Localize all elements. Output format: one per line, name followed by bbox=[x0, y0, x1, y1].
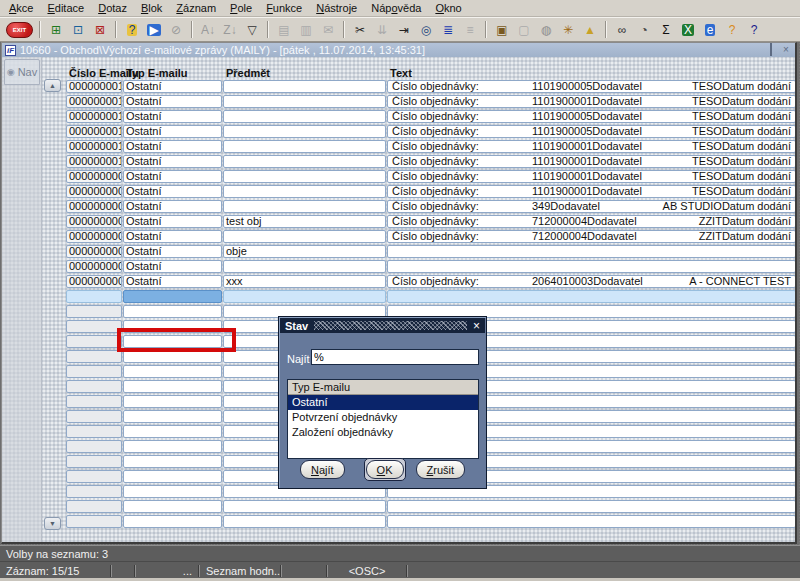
cell-cislo-emailu[interactable] bbox=[66, 440, 122, 453]
cell-predmet[interactable] bbox=[223, 170, 386, 183]
cell-typ-emailu[interactable] bbox=[123, 455, 222, 468]
filter-button[interactable]: ▽ bbox=[242, 20, 262, 39]
menu-item-zznam[interactable]: Záznam bbox=[169, 1, 223, 16]
menu-item-okno[interactable]: Okno bbox=[428, 1, 468, 16]
menu-item-akce[interactable]: Akce bbox=[2, 1, 40, 16]
cell-predmet[interactable] bbox=[223, 155, 386, 168]
restore-icon[interactable] bbox=[765, 45, 777, 56]
cell-typ-emailu[interactable] bbox=[123, 365, 222, 378]
paste-button[interactable]: ⇥ bbox=[394, 20, 414, 39]
cell-text[interactable] bbox=[387, 515, 795, 528]
lov-option[interactable]: Potvrzení objednávky bbox=[288, 410, 478, 425]
cell-predmet[interactable] bbox=[223, 515, 386, 528]
browser-button[interactable]: e bbox=[700, 20, 720, 39]
menu-item-funkce[interactable]: Funkce bbox=[259, 1, 309, 16]
cell-cislo-emailu[interactable] bbox=[66, 290, 122, 303]
cell-cislo-emailu[interactable]: 0000000014 bbox=[66, 95, 122, 108]
menu-item-blok[interactable]: Blok bbox=[134, 1, 169, 16]
cell-cislo-emailu[interactable] bbox=[66, 335, 122, 348]
tab-nav[interactable]: ◉ Nav bbox=[4, 59, 40, 85]
cell-predmet[interactable] bbox=[223, 80, 386, 93]
cell-cislo-emailu[interactable]: 0000000004 bbox=[66, 245, 122, 258]
cell-cislo-emailu[interactable] bbox=[66, 380, 122, 393]
exit-button[interactable]: EXIT bbox=[6, 22, 33, 38]
cell-predmet[interactable]: test obj bbox=[223, 215, 386, 228]
cell-text[interactable]: Číslo objednávky:1101900005DodavatelTESO… bbox=[387, 80, 795, 93]
cell-predmet[interactable] bbox=[223, 260, 386, 273]
cell-text[interactable] bbox=[387, 260, 795, 273]
cell-text[interactable]: Číslo objednávky:712000004DodavatelZZITD… bbox=[387, 215, 795, 228]
cell-text[interactable] bbox=[387, 245, 795, 258]
cell-typ-emailu[interactable]: Ostatní bbox=[123, 80, 222, 93]
cell-text[interactable]: Číslo objednávky:1101900001DodavatelTESO… bbox=[387, 95, 795, 108]
clipboard-button[interactable]: ▣ bbox=[492, 20, 512, 39]
cell-predmet[interactable]: xxx bbox=[223, 275, 386, 288]
cell-typ-emailu[interactable] bbox=[123, 305, 222, 318]
cell-cislo-emailu[interactable] bbox=[66, 470, 122, 483]
cell-cislo-emailu[interactable] bbox=[66, 425, 122, 438]
cell-text[interactable]: Číslo objednávky:1101900001DodavatelTESO… bbox=[387, 140, 795, 153]
close-icon[interactable]: × bbox=[780, 45, 792, 56]
dialog-title-bar[interactable]: Stav × bbox=[280, 318, 485, 333]
duplicate-record-button[interactable]: ⊡ bbox=[68, 20, 88, 39]
cell-cislo-emailu[interactable]: 0000000009 bbox=[66, 170, 122, 183]
ok-button[interactable]: OK bbox=[366, 460, 404, 479]
cell-cislo-emailu[interactable] bbox=[66, 350, 122, 363]
cell-predmet[interactable] bbox=[223, 140, 386, 153]
menu-item-npovda[interactable]: Nápověda bbox=[364, 1, 428, 16]
cell-typ-emailu[interactable] bbox=[123, 410, 222, 423]
cell-predmet[interactable] bbox=[223, 185, 386, 198]
cell-cislo-emailu[interactable]: 0000000015 bbox=[66, 80, 122, 93]
cell-typ-emailu[interactable]: Ostatní bbox=[123, 185, 222, 198]
cell-cislo-emailu[interactable] bbox=[66, 305, 122, 318]
cell-cislo-emailu[interactable] bbox=[66, 515, 122, 528]
cell-text[interactable] bbox=[387, 290, 795, 303]
cell-cislo-emailu[interactable] bbox=[66, 395, 122, 408]
cell-text[interactable]: Číslo objednávky:712000004DodavatelZZITD… bbox=[387, 230, 795, 243]
cell-predmet[interactable]: obje bbox=[223, 245, 386, 258]
cancel-button[interactable]: Zrušit bbox=[416, 460, 466, 479]
cell-text[interactable]: Číslo objednávky:1101900001DodavatelTESO… bbox=[387, 155, 795, 168]
cell-cislo-emailu[interactable]: 0000000005 bbox=[66, 230, 122, 243]
prism-button[interactable]: ▲ bbox=[580, 20, 600, 39]
cell-typ-emailu[interactable] bbox=[123, 380, 222, 393]
cell-text[interactable] bbox=[387, 500, 795, 513]
cell-typ-emailu[interactable] bbox=[123, 440, 222, 453]
cell-cislo-emailu[interactable]: 0000000007 bbox=[66, 200, 122, 213]
cell-cislo-emailu[interactable]: 0000000012 bbox=[66, 125, 122, 138]
cell-cislo-emailu[interactable] bbox=[66, 410, 122, 423]
cell-typ-emailu[interactable] bbox=[123, 290, 222, 303]
cell-typ-emailu[interactable]: Ostatní bbox=[123, 260, 222, 273]
cell-typ-emailu[interactable]: Ostatní bbox=[123, 170, 222, 183]
menu-item-editace[interactable]: Editace bbox=[40, 1, 91, 16]
cell-cislo-emailu[interactable]: 0000000008 bbox=[66, 185, 122, 198]
cell-cislo-emailu[interactable] bbox=[66, 365, 122, 378]
menu-item-pole[interactable]: Pole bbox=[223, 1, 259, 16]
cell-typ-emailu[interactable] bbox=[123, 335, 222, 348]
cell-typ-emailu[interactable] bbox=[123, 425, 222, 438]
excel-button[interactable]: X bbox=[678, 20, 698, 39]
delete-record-button[interactable]: ⊠ bbox=[90, 20, 110, 39]
cell-typ-emailu[interactable]: Ostatní bbox=[123, 155, 222, 168]
cell-typ-emailu[interactable] bbox=[123, 470, 222, 483]
cell-typ-emailu[interactable]: Ostatní bbox=[123, 245, 222, 258]
cell-typ-emailu[interactable]: Ostatní bbox=[123, 110, 222, 123]
cell-cislo-emailu[interactable] bbox=[66, 485, 122, 498]
cell-text[interactable]: Číslo objednávky:1101900005DodavatelTESO… bbox=[387, 110, 795, 123]
find-button[interactable]: Najít bbox=[300, 460, 345, 479]
record-scroll-up-button[interactable]: ▲ bbox=[44, 79, 61, 92]
cell-typ-emailu[interactable] bbox=[123, 350, 222, 363]
glasses-button[interactable]: ∞ bbox=[612, 20, 632, 39]
cut-button[interactable]: ✂ bbox=[350, 20, 370, 39]
cell-typ-emailu[interactable] bbox=[123, 395, 222, 408]
cell-typ-emailu[interactable] bbox=[123, 515, 222, 528]
cell-cislo-emailu[interactable] bbox=[66, 455, 122, 468]
cell-typ-emailu[interactable] bbox=[123, 485, 222, 498]
helm-button[interactable]: ✳ bbox=[558, 20, 578, 39]
sum-button[interactable]: Σ bbox=[656, 20, 676, 39]
cell-cislo-emailu[interactable]: 0000000013 bbox=[66, 110, 122, 123]
cell-predmet[interactable] bbox=[223, 125, 386, 138]
record-scroll-down-button[interactable]: ▼ bbox=[44, 517, 61, 530]
globe-button[interactable]: ◍ bbox=[536, 20, 556, 39]
cell-text[interactable]: Číslo objednávky:1101900001DodavatelTESO… bbox=[387, 185, 795, 198]
